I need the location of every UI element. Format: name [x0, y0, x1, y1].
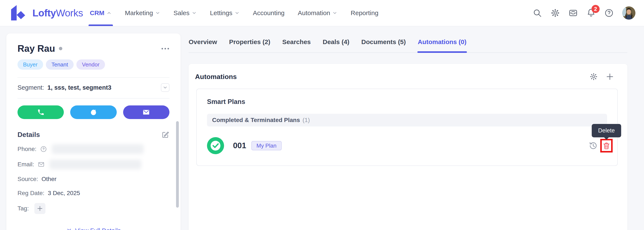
source-field: Source: Other: [18, 175, 170, 183]
chevron-up-icon: [106, 10, 112, 15]
segment-label: Segment:: [18, 84, 44, 91]
tab-automations[interactable]: Automations (0): [418, 38, 466, 52]
chat-bubble-icon: [90, 109, 97, 116]
segment-row: Segment: 1, sss, test, segment3: [18, 83, 170, 92]
chevron-down-icon: [192, 10, 197, 15]
avatar-image: [622, 6, 636, 20]
tab-searches[interactable]: Searches: [282, 38, 311, 52]
email-value-redacted: [50, 159, 141, 169]
chevron-down-icon: [234, 10, 240, 15]
tag-label: Tag:: [18, 205, 29, 212]
nav-item-accounting[interactable]: Accounting: [253, 0, 284, 26]
reg-date-label: Reg Date:: [18, 190, 44, 197]
gear-icon[interactable]: [550, 8, 560, 18]
loftyworks-logo[interactable]: LoftyWorks: [10, 5, 83, 21]
delete-highlight-annotation: Delete: [600, 139, 613, 152]
delete-tooltip: Delete: [592, 124, 621, 137]
tab-properties[interactable]: Properties (2): [229, 38, 270, 52]
chevron-down-icon: [332, 10, 337, 15]
chevron-down-icon: [155, 10, 160, 15]
completed-plans-group-header: Completed & Terminated Plans (1): [207, 114, 607, 126]
plan-name-badge: My Plan: [251, 141, 282, 150]
edit-details-button[interactable]: [161, 130, 170, 139]
source-value: Other: [42, 176, 56, 183]
trash-icon: [602, 141, 610, 150]
phone-label: Phone:: [18, 146, 36, 152]
message-button[interactable]: [70, 106, 116, 119]
role-badge-buyer: Buyer: [18, 59, 43, 70]
header-icons: 2: [532, 6, 636, 20]
add-tag-button[interactable]: [34, 203, 46, 214]
email-label: Email:: [18, 161, 34, 168]
automations-panel: Automations Smart Plans Completed & Term…: [189, 64, 627, 230]
divider: [18, 77, 170, 78]
phone-value-redacted: [52, 144, 144, 154]
segment-expand-button[interactable]: [161, 83, 170, 92]
nav-item-lettings[interactable]: Lettings: [210, 0, 240, 26]
smart-plans-card: Smart Plans Completed & Terminated Plans…: [196, 89, 618, 166]
loftyworks-logo-text: LoftyWorks: [32, 7, 83, 19]
nav-item-sales[interactable]: Sales: [174, 0, 197, 26]
envelope-icon: [142, 108, 150, 116]
plan-row: 001 My Plan Delete: [207, 126, 613, 165]
main-content: Overview Properties (2) Searches Deals (…: [180, 26, 644, 230]
divider: [18, 98, 170, 99]
email-envelope-icon: [38, 161, 45, 168]
add-automation-icon[interactable]: [606, 72, 614, 81]
automations-settings-icon[interactable]: [589, 72, 598, 81]
plan-completed-icon: [207, 137, 224, 154]
nav-item-reporting[interactable]: Reporting: [350, 0, 378, 26]
notifications-button[interactable]: 2: [586, 8, 596, 18]
contact-quick-actions: [18, 106, 170, 119]
view-full-details-link[interactable]: View Full Details: [18, 227, 170, 230]
user-avatar[interactable]: [622, 6, 636, 20]
nav-item-crm[interactable]: CRM: [90, 0, 112, 26]
double-chevron-down-icon: [66, 228, 72, 230]
phone-field: Phone:: [18, 144, 170, 154]
chevron-down-icon: [162, 85, 168, 90]
phone-privacy-icon: [40, 145, 47, 153]
group-count: (1): [302, 117, 310, 123]
tag-field: Tag:: [18, 203, 170, 214]
notification-count-badge: 2: [592, 5, 600, 13]
top-nav-bar: LoftyWorks CRM Marketing Sales Lettings …: [0, 0, 644, 26]
primary-nav: CRM Marketing Sales Lettings Accounting …: [90, 0, 378, 26]
plan-history-button[interactable]: [588, 141, 598, 151]
history-clock-icon: [588, 141, 598, 151]
nav-item-automation[interactable]: Automation: [298, 0, 338, 26]
sidebar-scrollbar[interactable]: [176, 121, 179, 208]
contact-summary-card: Ray Rau Buyer Tenant Vendor Segment: 1, …: [6, 33, 180, 230]
tab-deals[interactable]: Deals (4): [323, 38, 349, 52]
delete-plan-button[interactable]: [602, 141, 610, 150]
status-dot: [59, 47, 62, 50]
reg-date-value: 3 Dec, 2025: [48, 190, 80, 197]
reg-date-field: Reg Date: 3 Dec, 2025: [18, 189, 170, 197]
tab-documents[interactable]: Documents (5): [361, 38, 406, 52]
role-badge-vendor: Vendor: [76, 59, 105, 70]
segment-value: 1, sss, test, segment3: [47, 84, 112, 91]
inbox-icon[interactable]: [568, 8, 578, 18]
loftyworks-logo-mark: [10, 5, 29, 21]
contact-name: Ray Rau: [18, 43, 55, 54]
app-screen: LoftyWorks CRM Marketing Sales Lettings …: [0, 0, 644, 230]
call-button[interactable]: [18, 106, 64, 119]
details-section-title: Details: [18, 131, 40, 139]
help-icon[interactable]: [604, 8, 614, 18]
group-title: Completed & Terminated Plans: [212, 117, 300, 123]
phone-icon: [37, 109, 44, 116]
smart-plans-title: Smart Plans: [207, 98, 607, 106]
role-badge-tenant: Tenant: [46, 59, 74, 70]
more-options-button[interactable]: [161, 46, 170, 51]
automations-title: Automations: [195, 73, 237, 81]
contact-tabs: Overview Properties (2) Searches Deals (…: [189, 38, 627, 53]
email-button[interactable]: [123, 106, 170, 119]
plus-icon: [37, 205, 43, 212]
nav-item-marketing[interactable]: Marketing: [125, 0, 160, 26]
contact-role-badges: Buyer Tenant Vendor: [18, 59, 170, 70]
tab-overview[interactable]: Overview: [189, 38, 217, 52]
plan-id: 001: [233, 141, 246, 150]
edit-icon: [161, 130, 170, 139]
source-label: Source:: [18, 176, 38, 183]
email-field: Email:: [18, 159, 170, 169]
search-icon[interactable]: [532, 8, 542, 18]
